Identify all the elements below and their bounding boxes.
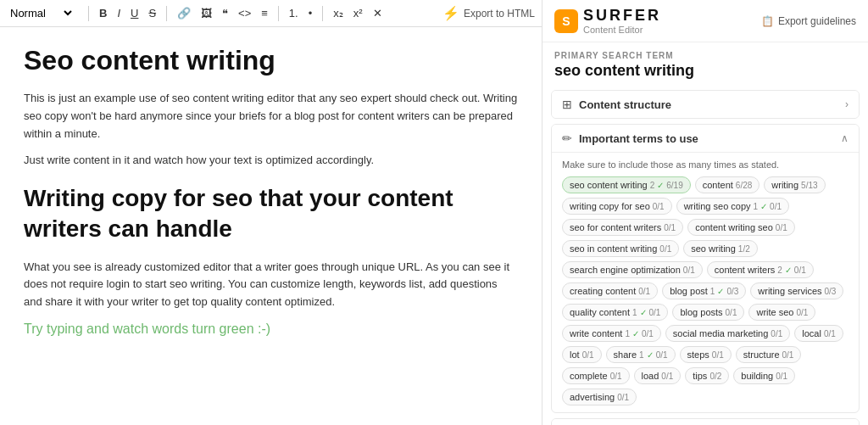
topics-section: ✏ Topics and questions to answer ∧ Try t…	[551, 418, 860, 425]
term-label: writing	[771, 180, 798, 190]
italic-button[interactable]: I	[114, 5, 124, 21]
term-tag[interactable]: content writers 2 ✓ 0/1	[707, 261, 814, 278]
term-count: 0/1	[653, 202, 665, 211]
term-tag[interactable]: blog posts 0/1	[672, 304, 744, 321]
term-count: 0/1	[726, 308, 737, 317]
important-terms-header[interactable]: ✏ Important terms to use ∧	[552, 125, 859, 152]
ordered-list-button[interactable]: 1.	[286, 5, 302, 21]
term-tag[interactable]: search engine optimization 0/1	[562, 261, 703, 278]
divider4	[322, 6, 323, 21]
term-count: 0/1	[712, 350, 724, 360]
term-tag[interactable]: blog post 1 ✓ 0/3	[662, 282, 746, 299]
term-label: seo in content writing	[570, 243, 657, 254]
term-tag[interactable]: writing 5/13	[764, 176, 825, 193]
export-guidelines-button[interactable]: 📋 Export guidelines	[761, 15, 856, 27]
term-label: writing copy for seo	[570, 201, 650, 211]
term-tag[interactable]: quality content 1 ✓ 0/1	[562, 304, 668, 321]
term-count2: 0/1	[794, 266, 806, 275]
term-label: seo content writing	[570, 180, 648, 190]
term-tag[interactable]: writing services 0/3	[750, 282, 843, 299]
term-tag[interactable]: content 6/28	[695, 176, 760, 193]
term-label: content writers	[715, 265, 776, 275]
divider2	[166, 6, 167, 21]
term-tag[interactable]: content writing seo 0/1	[687, 219, 795, 236]
term-count2: 0/1	[642, 329, 654, 338]
term-tag[interactable]: complete 0/1	[562, 367, 630, 384]
image-button[interactable]: 🖼	[198, 5, 215, 21]
term-label: search engine optimization	[570, 265, 681, 275]
export-html-button[interactable]: ⚡ Export to HTML	[442, 5, 535, 21]
term-count2: 0/3	[726, 287, 738, 296]
term-tag[interactable]: lot 0/1	[562, 346, 602, 363]
term-tag[interactable]: share 1 ✓ 0/1	[606, 346, 676, 363]
term-tag[interactable]: structure 0/1	[736, 346, 802, 363]
term-tag[interactable]: advertising 0/1	[562, 389, 637, 405]
term-check: ✓	[717, 287, 724, 296]
term-tag[interactable]: building 0/1	[733, 367, 795, 384]
term-tag[interactable]: writing copy for seo 0/1	[562, 198, 672, 215]
unordered-list-button[interactable]: •	[305, 5, 316, 21]
style-selector[interactable]: Normal Heading 1 Heading 2	[7, 6, 75, 20]
important-terms-note: Make sure to include those as many times…	[562, 159, 849, 170]
clear-format-button[interactable]: ✕	[370, 5, 386, 21]
term-label: seo for content writers	[570, 222, 661, 232]
code-button[interactable]: <>	[235, 5, 254, 21]
term-label: steps	[687, 350, 709, 360]
align-button[interactable]: ≡	[258, 5, 271, 21]
term-label: writing seo copy	[684, 201, 751, 211]
term-tag[interactable]: seo for content writers 0/1	[562, 219, 683, 236]
editor-content[interactable]: Seo content writing This is just an exam…	[0, 27, 542, 425]
divider3	[278, 6, 279, 21]
content-structure-header[interactable]: ⊞ Content structure ›	[552, 91, 859, 118]
content-structure-chevron: ›	[845, 98, 849, 110]
content-structure-title: Content structure	[579, 98, 671, 111]
term-label: load	[642, 371, 659, 381]
term-count: 1	[754, 202, 759, 211]
term-check: ✓	[785, 266, 792, 275]
term-tag[interactable]: write seo 0/1	[748, 304, 815, 321]
link-button[interactable]: 🔗	[174, 5, 194, 21]
strikethrough-button[interactable]: S	[145, 5, 159, 21]
style-dropdown[interactable]: Normal Heading 1 Heading 2	[7, 6, 75, 20]
term-tag[interactable]: steps 0/1	[680, 346, 732, 363]
term-tag[interactable]: seo content writing 2 ✓ 6/19	[562, 176, 691, 193]
right-header: S SURFER Content Editor 📋 Export guideli…	[542, 0, 868, 42]
blockquote-button[interactable]: ❝	[219, 5, 231, 21]
editor-heading1: Writing copy for seo that your content w…	[24, 183, 518, 245]
content-structure-header-left: ⊞ Content structure	[562, 98, 671, 111]
term-label: building	[741, 371, 773, 381]
primary-search-term: seo content writing	[554, 62, 856, 80]
term-tag[interactable]: seo in content writing 0/1	[562, 240, 679, 257]
subscript-button[interactable]: x₂	[330, 5, 347, 21]
primary-search-label: PRIMARY SEARCH TERM	[554, 51, 856, 60]
topics-header[interactable]: ✏ Topics and questions to answer ∧	[552, 419, 859, 425]
term-tag[interactable]: local 0/1	[794, 325, 843, 342]
term-count: 0/1	[610, 372, 622, 381]
term-tag[interactable]: write content 1 ✓ 0/1	[562, 325, 661, 342]
term-count: 0/1	[771, 329, 782, 338]
bold-button[interactable]: B	[96, 5, 110, 21]
export-html-icon: ⚡	[442, 5, 459, 21]
term-tag[interactable]: social media marketing 0/1	[665, 325, 790, 342]
term-tag[interactable]: writing seo copy 1 ✓ 0/1	[676, 198, 789, 215]
superscript-button[interactable]: x²	[350, 5, 366, 21]
term-count2: 0/1	[770, 202, 782, 211]
toolbar: Normal Heading 1 Heading 2 B I U S 🔗 🖼 ❝…	[0, 0, 542, 27]
term-count: 0/1	[782, 350, 794, 360]
term-label: complete	[570, 371, 608, 381]
surfer-logo-group: SURFER Content Editor	[583, 7, 661, 35]
term-tag[interactable]: seo writing 1/2	[683, 240, 757, 257]
term-count: 0/1	[683, 266, 695, 275]
term-tag[interactable]: load 0/1	[634, 367, 682, 384]
term-tag[interactable]: tips 0/2	[685, 367, 729, 384]
term-check: ✓	[657, 181, 664, 190]
editor-body1: This is just an example use of seo conte…	[24, 90, 518, 143]
underline-button[interactable]: U	[127, 5, 142, 21]
term-check: ✓	[647, 350, 654, 360]
term-count: 0/3	[825, 287, 837, 296]
primary-search-section: PRIMARY SEARCH TERM seo content writing	[542, 42, 868, 85]
term-count: 0/1	[582, 350, 594, 360]
surfer-logo: S SURFER Content Editor	[554, 7, 661, 35]
divider1	[88, 6, 89, 21]
term-tag[interactable]: creating content 0/1	[562, 282, 658, 299]
